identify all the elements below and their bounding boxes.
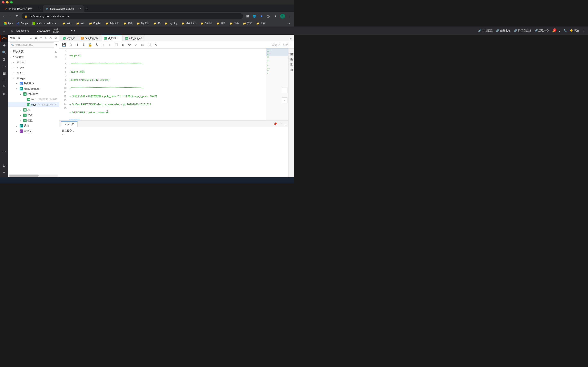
bookmark-data[interactable]: 📁数据分析 [104,21,121,26]
bookmark-blog[interactable]: 📁my blog [163,21,179,26]
close-tab-icon[interactable]: × [79,7,81,11]
search-icon[interactable]: 🔍 [0,49,8,55]
lock-icon[interactable]: 🔒 [87,42,93,48]
grid-view-icon[interactable]: ⊞ [55,50,57,53]
tools-icon[interactable]: ✕ [153,42,158,48]
file-tab-3[interactable]: Sqads_tag_obj [122,35,145,41]
run-selected-icon[interactable]: ▶ [107,42,113,48]
activity-icon[interactable]: 〰 [0,149,8,155]
forward-button[interactable]: → [9,14,13,18]
profile-avatar[interactable]: h [280,14,285,18]
maximize-window[interactable] [10,1,13,3]
file-tab-0[interactable]: Sqxqyc_in [60,35,78,41]
sidebar-scrollbar[interactable] [9,175,58,176]
bookmark-star-icon[interactable]: ★ [259,14,263,18]
log-tab-run[interactable]: 运行日志 [61,121,78,127]
collapse-icon[interactable]: ≡ [0,169,8,176]
grid-icon[interactable]: ▦ [0,70,8,76]
reload-icon[interactable]: ⟳ [127,42,132,48]
collapse-down-icon[interactable]: ⌄ [284,122,287,126]
scroll-top-icon[interactable]: ⤴ [282,87,287,93]
tree-function[interactable]: ▸fx函数 [8,118,59,123]
bookmark-flag-icon[interactable]: ⚑ ▾ [70,29,75,32]
save-as-icon[interactable]: ⎙ [68,42,73,48]
tree-file-test[interactable]: Sqtest我锁定 2020-11-27 [8,97,59,102]
minimap[interactable]: --odps sql --***************************… [266,49,288,120]
bookmark-google[interactable]: GGoogle [16,21,30,26]
bookmark-matplotlib[interactable]: 📁Matplotlib [180,21,198,26]
tree-custom[interactable]: ▸◇自定义 [8,128,59,134]
reload-button[interactable]: ⟳ [15,14,19,18]
panel-icon[interactable]: ▤ [55,55,57,58]
camera-icon[interactable]: ◎ [266,14,270,18]
gear-icon[interactable]: ⚙ [0,162,8,169]
tree-maxcompute[interactable]: ▾MMaxCompute [8,86,59,91]
bookmark-ustc[interactable]: 📁ustc [75,21,86,26]
code-editor[interactable]: 123456789101112131415 --odps sql --*****… [59,49,288,120]
new-tab-button[interactable]: + [84,5,90,12]
apps-shortcut[interactable]: Apps [2,21,15,26]
pin-icon[interactable]: 📌 [273,122,277,126]
publish-button[interactable]: 发布 ↗ [272,43,281,47]
rtab-schedule[interactable]: 调度配置 [288,49,294,54]
log-output[interactable]: 正在提交... ... [59,127,288,177]
bookmark-lit[interactable]: 📁文学 [228,21,241,26]
briefcase-icon[interactable]: ▭ [0,63,8,69]
clock-icon[interactable]: ◷ [0,56,8,62]
check-icon[interactable]: ✓ [133,42,139,48]
new-file-icon[interactable]: ▣ [34,36,38,40]
tree-data-integration[interactable]: ▸◫数据集成 [8,81,59,86]
bookmarks-overflow[interactable]: » [286,22,292,25]
minimap-viewport[interactable] [266,49,288,56]
code-icon[interactable]: </> [0,35,8,42]
bookmark-github[interactable]: 📁GitHub [199,21,214,26]
extensions-icon[interactable]: ✦ [273,14,277,18]
tree-resource[interactable]: ▸◇资源 [8,113,59,118]
back-button[interactable]: ← [2,14,6,18]
file-tab-1[interactable]: ⊞ads_tag_obj [78,35,101,41]
steal-lock-icon[interactable]: ⬇ [81,42,86,48]
tree-table[interactable]: ▸▦表 [8,107,59,113]
tree-ccx[interactable]: ▸⌘ccx [8,65,59,70]
refresh-icon[interactable]: ⟳ [44,36,48,40]
bookmark-arxiv[interactable]: arXiv.org e-Print a... [31,21,60,26]
bookmark-js[interactable]: 📁JS [152,21,162,26]
file-tab-2[interactable]: Sqyl_test2× [101,35,122,41]
new-folder-icon[interactable]: ▢ [39,36,43,40]
fx-icon[interactable]: fx [0,83,8,90]
bookmark-science[interactable]: 📁科普 [215,21,227,26]
locate-icon[interactable]: ⟐ [29,36,33,40]
install-icon[interactable]: ⊞ [245,14,250,18]
stop-icon[interactable]: ◉ [120,42,126,48]
close-icon[interactable]: × [118,36,119,40]
bookmark-astro[interactable]: 📁astro [61,21,74,26]
url-field[interactable]: 🔒 ide2-cn-hangzhou.data.aliyun.com [22,13,243,19]
save-icon[interactable]: 💾 [61,42,67,48]
import-icon[interactable]: ⇲ [54,36,57,40]
bookmark-work[interactable]: 📁工作 [255,21,267,26]
hamburger-icon[interactable]: ≡ [0,28,8,35]
tree-btag[interactable]: ▸⌘btag [8,59,59,65]
export-icon[interactable]: ⇲ [146,42,152,48]
browser-tab-0[interactable]: ⟳ 阿里云-RAM用户登录 × [2,5,43,12]
ops-button[interactable]: 运维 → [283,43,292,47]
search-input[interactable]: 🔍 文件名称/创建人 [10,42,54,48]
rtab-lineage[interactable]: 血缘关系 [288,54,294,59]
filter-icon[interactable]: ⧩ [55,43,57,47]
rtab-structure[interactable]: 结构 [288,64,294,69]
cost-icon[interactable]: $ [94,42,100,48]
menu-icon[interactable]: ⋮ [288,14,292,18]
tree-workflow[interactable]: ▾业务流程▤ [8,54,59,59]
minimize-window[interactable] [6,1,9,3]
tree-xqyc[interactable]: ▾⌘xqyc [8,75,59,81]
bookmark-other[interactable]: 📁其它 [241,21,254,26]
browser-tab-1[interactable]: φ DataStudio(数据开发) × [43,5,84,12]
rtab-version[interactable]: 版本 [288,59,294,64]
expand-up-icon[interactable]: ⌃ [279,122,282,126]
trash-icon[interactable]: 🗑 [0,91,8,97]
puzzle-icon[interactable]: ✚ [0,42,8,49]
bookmark-english[interactable]: 📁English [87,21,103,26]
format-icon[interactable]: ▤ [140,42,145,48]
fullscreen-icon[interactable]: ⛶ [282,98,287,103]
tree-file-xqyc-in[interactable]: Sqxqyc_in我锁定 2020-11 [8,102,59,107]
